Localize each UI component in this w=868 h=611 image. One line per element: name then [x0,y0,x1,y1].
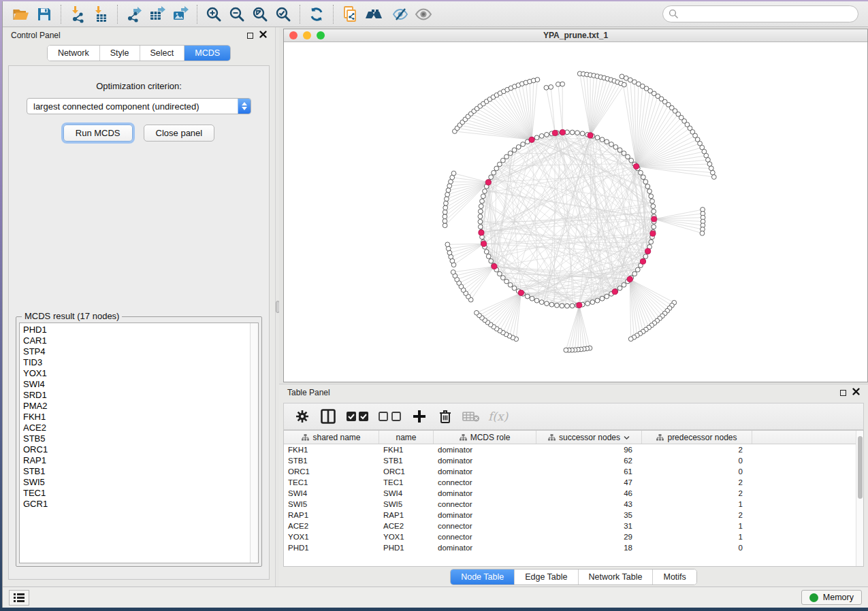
table-row[interactable]: ACE2ACE2connector311 [284,521,856,531]
float-panel-icon[interactable] [247,33,253,39]
select-all-rows-icon[interactable] [345,408,370,425]
cell-predecessors: 0 [642,457,752,465]
tab-style[interactable]: Style [100,46,140,61]
add-column-icon[interactable] [411,408,428,425]
find-icon[interactable] [361,3,389,25]
mcds-result-item[interactable]: ORC1 [23,444,250,455]
export-image-icon[interactable] [169,3,192,25]
tab-motifs[interactable]: Motifs [653,569,696,584]
cell-predecessors: 2 [642,478,752,486]
shared-column-icon [656,434,664,441]
table-row[interactable]: YOX1YOX1connector291 [284,531,856,542]
cell-successors: 18 [536,544,642,552]
zoom-selected-icon[interactable] [272,3,295,25]
mcds-result-item[interactable]: CAR1 [23,335,250,346]
close-panel-icon[interactable] [259,31,267,40]
window-minimize-icon[interactable] [303,31,311,39]
cell-shared_name: TEC1 [284,478,379,486]
mcds-result-list[interactable]: PHD1CAR1STP4TID3YOX1SWI4SRD1PMA2FKH1ACE2… [19,323,259,563]
hide-selected-icon[interactable] [389,3,412,25]
export-network-icon[interactable] [123,3,146,25]
cell-name: PHD1 [379,544,434,552]
zoom-fit-icon[interactable] [248,3,272,25]
cell-successors: 61 [536,467,642,476]
table-scrollbar-thumb[interactable] [858,436,863,499]
mcds-result-item[interactable]: RAP1 [23,455,250,466]
tab-network-table[interactable]: Network Table [579,569,654,584]
application-window: Control Panel NetworkStyleSelectMCDS Opt… [2,1,868,608]
column-header-MCDS-role[interactable]: MCDS role [434,431,536,444]
table-row[interactable]: STB1STB1dominator620 [284,455,856,466]
zoom-in-icon[interactable] [202,3,225,25]
control-panel-tabbar: NetworkStyleSelectMCDS [3,44,275,64]
mcds-list-scrollbar[interactable] [250,323,258,563]
search-input[interactable] [662,5,858,22]
close-panel-button[interactable]: Close panel [144,125,215,142]
mcds-result-item[interactable]: SWI5 [23,477,250,488]
column-header-predecessor-nodes[interactable]: predecessor nodes [642,431,752,444]
tab-edge-table[interactable]: Edge Table [515,569,578,584]
network-window-titlebar[interactable]: YPA_prune.txt_1 [284,29,867,42]
table-scrollbar[interactable] [856,431,863,566]
tab-network[interactable]: Network [48,46,100,61]
toolbar-separator [61,5,61,24]
close-panel-icon[interactable] [852,388,860,397]
import-table-icon[interactable] [89,3,112,25]
table-row[interactable]: TEC1TEC1connector472 [284,477,856,488]
column-header-shared-name[interactable]: shared name [284,431,379,444]
mcds-result-item[interactable]: STB5 [23,433,250,444]
table-row[interactable]: RAP1RAP1dominator352 [284,510,856,521]
mcds-result-item[interactable]: SWI4 [23,379,250,390]
float-panel-icon[interactable] [840,390,846,396]
table-row[interactable]: PHD1PHD1dominator180 [284,542,856,553]
save-session-icon[interactable] [33,3,56,25]
delete-column-icon[interactable] [436,408,454,425]
cell-name: ACE2 [379,522,434,530]
mcds-result-item[interactable]: STB1 [23,466,250,477]
window-close-icon[interactable] [289,31,298,39]
mcds-result-item[interactable]: TID3 [23,357,250,368]
deselect-all-rows-icon[interactable] [378,408,402,425]
open-file-icon[interactable] [10,3,33,25]
cell-shared_name: ORC1 [284,467,379,476]
mcds-result-item[interactable]: PHD1 [23,325,250,335]
tab-select[interactable]: Select [140,46,185,61]
mcds-result-item[interactable]: YOX1 [23,368,250,379]
tab-mcds[interactable]: MCDS [184,46,230,61]
mcds-result-item[interactable]: PMA2 [23,401,250,412]
tab-node-table[interactable]: Node Table [451,569,515,584]
zoom-out-icon[interactable] [225,3,248,25]
clear-table-icon[interactable] [462,408,480,425]
table-row[interactable]: FKH1FKH1dominator962 [284,444,856,455]
import-network-icon[interactable] [66,3,89,25]
column-header-successor-nodes[interactable]: successor nodes [536,431,642,444]
cell-successors: 62 [536,457,642,465]
mcds-result-item[interactable]: TEC1 [23,488,250,499]
network-graph[interactable] [284,42,867,382]
export-table-icon[interactable] [146,3,169,25]
split-column-icon[interactable] [319,408,337,425]
optimization-criterion-dropdown[interactable]: largest connected component (undirected) [27,98,251,114]
mcds-result-item[interactable]: SRD1 [23,390,250,401]
mcds-result-item[interactable]: FKH1 [23,412,250,423]
table-row[interactable]: ORC1ORC1dominator610 [284,466,856,477]
table-row[interactable]: SWI5SWI5connector431 [284,499,856,510]
mcds-result-item[interactable]: ACE2 [23,423,250,433]
cell-shared_name: SWI5 [284,500,379,508]
window-zoom-icon[interactable] [317,31,325,39]
run-mcds-button[interactable]: Run MCDS [63,125,133,142]
gear-icon[interactable] [293,408,311,425]
network-view-canvas[interactable] [284,42,867,382]
task-history-button[interactable] [9,590,29,606]
cell-name: FKH1 [379,446,434,454]
mcds-result-item[interactable]: GCR1 [23,499,250,510]
copy-network-icon[interactable] [338,3,361,25]
table-panel-header: Table Panel [279,384,868,401]
cell-name: ORC1 [379,467,434,476]
mcds-result-item[interactable]: STP4 [23,346,250,357]
show-all-icon[interactable] [412,3,435,25]
refresh-icon[interactable] [305,3,328,25]
memory-button[interactable]: Memory [801,590,862,605]
table-row[interactable]: SWI4SWI4dominator462 [284,488,856,499]
column-header-name[interactable]: name [379,431,434,444]
